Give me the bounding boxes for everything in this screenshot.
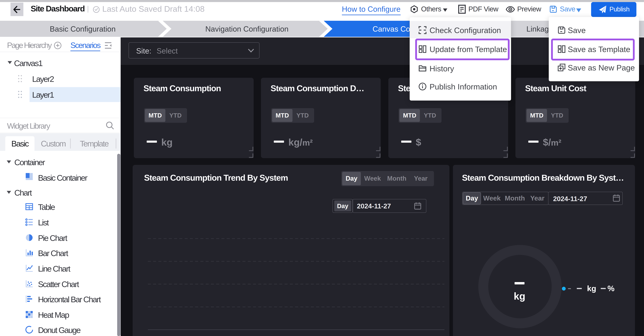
svg-text:Navigation Configuration: Navigation Configuration xyxy=(205,25,288,33)
svg-text:Basic Configuration: Basic Configuration xyxy=(50,25,116,33)
